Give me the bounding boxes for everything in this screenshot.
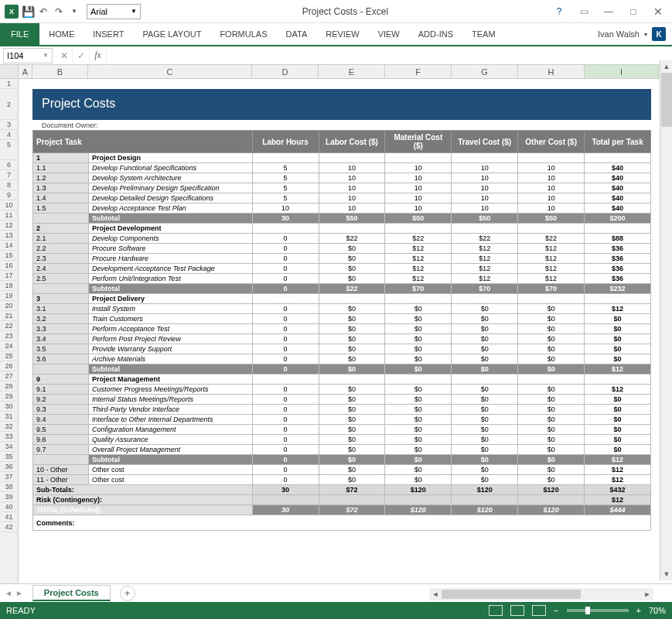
column-header-C[interactable]: C (88, 65, 252, 78)
scroll-up-icon[interactable]: ▲ (660, 60, 672, 73)
column-header-A[interactable]: A (19, 65, 32, 78)
select-all-button[interactable] (0, 65, 19, 78)
ribbon-tab-formulas[interactable]: FORMULAS (210, 23, 276, 45)
qat-dropdown-icon[interactable]: ▼ (68, 5, 80, 18)
row-header-17[interactable]: 17 (0, 271, 18, 281)
add-sheet-button[interactable]: + (120, 586, 135, 601)
redo-icon[interactable]: ↷ (53, 5, 65, 18)
row-header-21[interactable]: 21 (0, 311, 18, 321)
row-header-40[interactable]: 40 (0, 502, 18, 512)
normal-view-button[interactable] (489, 605, 503, 616)
user-avatar[interactable]: K (652, 27, 666, 41)
row-header-10[interactable]: 10 (0, 200, 18, 210)
row-header-28[interactable]: 28 (0, 381, 18, 392)
row-header-37[interactable]: 37 (0, 472, 18, 482)
row-header-12[interactable]: 12 (0, 221, 18, 231)
row-header-4[interactable]: 4 (0, 130, 18, 140)
worksheet-area[interactable]: Project Costs Document Owner: Project Ta… (19, 79, 672, 586)
column-header-G[interactable]: G (452, 65, 518, 78)
column-header-F[interactable]: F (385, 65, 452, 78)
row-header-33[interactable]: 33 (0, 432, 18, 442)
row-header-38[interactable]: 38 (0, 482, 18, 492)
row-header-9[interactable]: 9 (0, 190, 18, 200)
row-header-5[interactable]: 5 (0, 140, 18, 160)
enter-formula-icon[interactable]: ✓ (73, 48, 90, 63)
ribbon-tab-insert[interactable]: INSERT (84, 23, 133, 45)
zoom-slider-thumb[interactable] (585, 607, 590, 614)
excel-app-icon[interactable]: X (5, 5, 19, 19)
horizontal-scrollbar[interactable]: ◄ ► (429, 588, 653, 600)
row-header-30[interactable]: 30 (0, 402, 18, 412)
row-header-6[interactable]: 6 (0, 160, 18, 170)
row-header-16[interactable]: 16 (0, 261, 18, 271)
sheet-tab-active[interactable]: Project Costs (32, 585, 111, 601)
zoom-level[interactable]: 70% (649, 606, 666, 615)
tab-nav-buttons[interactable]: ◄ ► (5, 589, 23, 597)
column-header-B[interactable]: B (32, 65, 88, 78)
row-header-20[interactable]: 20 (0, 301, 18, 311)
column-header-E[interactable]: E (319, 65, 385, 78)
column-header-D[interactable]: D (252, 65, 319, 78)
row-header-42[interactable]: 42 (0, 522, 18, 532)
row-header-29[interactable]: 29 (0, 392, 18, 402)
help-icon[interactable]: ? (550, 4, 568, 19)
horizontal-scroll-thumb[interactable] (442, 590, 581, 599)
row-header-13[interactable]: 13 (0, 231, 18, 241)
column-header-I[interactable]: I (585, 65, 659, 78)
row-header-18[interactable]: 18 (0, 281, 18, 291)
formula-input[interactable] (107, 48, 672, 63)
row-header-7[interactable]: 7 (0, 170, 18, 180)
zoom-out-button[interactable]: − (554, 606, 558, 615)
row-header-23[interactable]: 23 (0, 331, 18, 341)
row-header-11[interactable]: 11 (0, 210, 18, 221)
row-header-26[interactable]: 26 (0, 361, 18, 371)
close-button[interactable]: ✕ (649, 4, 667, 19)
ribbon-tab-review[interactable]: REVIEW (316, 23, 368, 45)
col-header[interactable]: Labor Hours (252, 131, 319, 153)
ribbon-tab-view[interactable]: VIEW (369, 23, 409, 45)
col-header[interactable]: Other Cost ($) (518, 131, 585, 153)
ribbon-display-icon[interactable]: ▭ (575, 4, 593, 19)
user-name[interactable]: Ivan Walsh (598, 29, 640, 39)
row-header-32[interactable]: 32 (0, 422, 18, 432)
row-header-31[interactable]: 31 (0, 412, 18, 422)
page-break-view-button[interactable] (532, 605, 546, 616)
row-header-34[interactable]: 34 (0, 442, 18, 452)
page-layout-view-button[interactable] (510, 605, 524, 616)
col-header[interactable]: Total per Task (585, 131, 651, 153)
tab-nav-prev-icon[interactable]: ◄ (5, 589, 12, 597)
row-header-15[interactable]: 15 (0, 251, 18, 261)
cancel-formula-icon[interactable]: ✕ (56, 48, 73, 63)
zoom-in-button[interactable]: + (636, 606, 641, 615)
row-header-35[interactable]: 35 (0, 452, 18, 462)
row-header-41[interactable]: 41 (0, 512, 18, 522)
scroll-down-icon[interactable]: ▼ (660, 568, 672, 580)
row-header-8[interactable]: 8 (0, 180, 18, 190)
file-tab[interactable]: FILE (0, 23, 39, 45)
row-header-22[interactable]: 22 (0, 321, 18, 331)
row-header-25[interactable]: 25 (0, 351, 18, 361)
undo-icon[interactable]: ↶ (37, 5, 49, 18)
row-header-24[interactable]: 24 (0, 341, 18, 351)
row-header-3[interactable]: 3 (0, 120, 18, 130)
row-header-2[interactable]: 2 (0, 89, 18, 120)
save-icon[interactable]: 💾 (22, 5, 34, 18)
ribbon-tab-page-layout[interactable]: PAGE LAYOUT (133, 23, 210, 45)
col-header[interactable]: Labor Cost ($) (319, 131, 385, 153)
ribbon-tab-add-ins[interactable]: ADD-INS (409, 23, 462, 45)
user-dropdown-icon[interactable]: ▾ (644, 31, 647, 38)
name-box[interactable]: I104 ▼ (3, 48, 53, 63)
scroll-left-icon[interactable]: ◄ (429, 590, 442, 598)
vertical-scroll-thumb[interactable] (661, 73, 672, 127)
col-header[interactable]: Travel Cost ($) (452, 131, 518, 153)
ribbon-tab-data[interactable]: DATA (277, 23, 317, 45)
row-header-19[interactable]: 19 (0, 291, 18, 301)
col-project-task[interactable]: Project Task (33, 131, 253, 153)
zoom-slider[interactable] (567, 609, 629, 612)
row-header-36[interactable]: 36 (0, 462, 18, 472)
row-header-39[interactable]: 39 (0, 492, 18, 502)
minimize-button[interactable]: — (599, 4, 618, 19)
ribbon-tab-team[interactable]: TEAM (462, 23, 505, 45)
column-header-H[interactable]: H (518, 65, 585, 78)
maximize-button[interactable]: □ (624, 4, 643, 19)
